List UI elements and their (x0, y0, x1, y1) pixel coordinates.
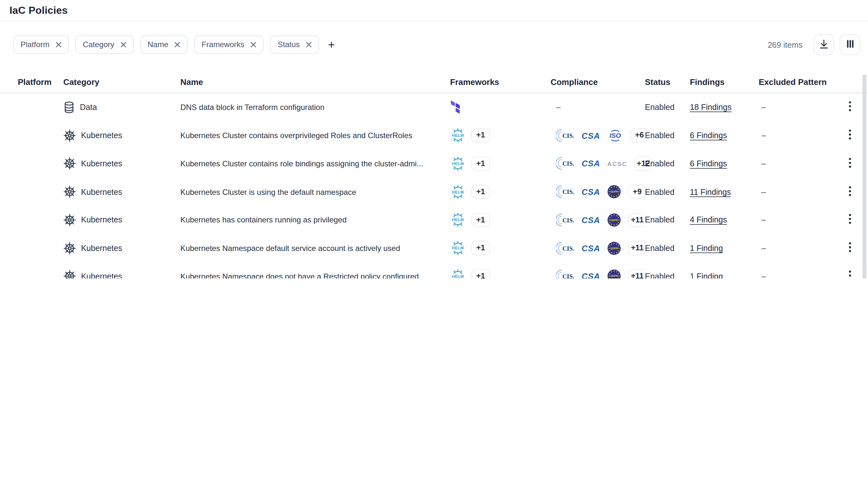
findings-link[interactable]: 4 Findings (690, 215, 727, 224)
close-icon[interactable] (250, 42, 256, 48)
filter-chip-frameworks[interactable]: Frameworks (194, 36, 264, 54)
row-menu-button[interactable] (844, 268, 856, 279)
close-icon[interactable] (306, 42, 312, 48)
status-cell: Enabled (645, 159, 690, 168)
status-cell: Enabled (645, 244, 690, 253)
download-button[interactable] (813, 34, 834, 55)
category-label: Kubernetes (81, 272, 122, 279)
category-cell: Kubernetes (63, 214, 180, 226)
actions-cell (832, 155, 861, 172)
findings-cell: 6 Findings (690, 159, 759, 168)
column-header-compliance: Compliance (551, 77, 645, 87)
empty-value: – (762, 159, 766, 168)
row-menu-button[interactable] (844, 99, 856, 116)
row-menu-button[interactable] (844, 212, 856, 228)
filter-chip-platform[interactable]: Platform (13, 36, 69, 54)
category-cell: Data (63, 101, 180, 114)
row-menu-button[interactable] (844, 127, 856, 144)
kebab-icon (848, 242, 851, 254)
frameworks-more-badge[interactable]: +1 (471, 269, 490, 279)
cis-icon: CIS. (556, 185, 575, 199)
frameworks-cell: HELM+1 (450, 185, 550, 199)
filter-chip-label: Name (148, 40, 168, 50)
row-menu-button[interactable] (844, 155, 856, 172)
compliance-more-badge[interactable]: +11 (628, 213, 646, 227)
actions-cell (832, 212, 861, 228)
frameworks-more-badge[interactable]: +1 (471, 129, 490, 142)
category-label: Kubernetes (81, 215, 122, 224)
findings-cell: 6 Findings (690, 131, 759, 140)
svg-text:HELM: HELM (452, 162, 464, 166)
table-header: PlatformCategoryNameFrameworksCompliance… (0, 68, 868, 93)
cis-icon: CIS. (556, 241, 575, 255)
helm-icon: HELM (450, 156, 465, 171)
close-icon[interactable] (174, 42, 181, 48)
filter-chip-status[interactable]: Status (271, 36, 319, 54)
frameworks-cell (450, 100, 550, 115)
columns-icon (845, 39, 855, 50)
kebab-icon (848, 129, 851, 142)
category-label: Data (80, 103, 97, 112)
policy-name-cell: DNS data block in Terraform configuratio… (181, 103, 451, 112)
page-header: IaC Policies (0, 0, 868, 21)
findings-link[interactable]: 1 Finding (690, 272, 723, 279)
csa-icon: CSA (582, 271, 600, 279)
compliance-more-badge[interactable]: +9 (628, 185, 646, 199)
vertical-scrollbar-thumb[interactable] (863, 74, 866, 279)
kebab-icon (848, 101, 851, 114)
download-icon (819, 38, 829, 51)
frameworks-more-badge[interactable]: +1 (471, 185, 490, 199)
svg-text:CIS.: CIS. (562, 245, 575, 252)
cis-icon: CIS. (556, 269, 575, 279)
compliance-more-badge[interactable]: +11 (628, 241, 646, 255)
filter-chip-category[interactable]: Category (75, 36, 134, 54)
row-menu-button[interactable] (844, 240, 856, 256)
filter-chip-label: Frameworks (202, 40, 244, 50)
row-menu-button[interactable] (844, 183, 856, 200)
compliance-cell: CIS.CSAGDPR+9 (551, 185, 645, 199)
frameworks-more-badge[interactable]: +1 (471, 213, 490, 227)
columns-button[interactable] (840, 34, 860, 55)
category-cell: Kubernetes (63, 157, 180, 170)
helm-icon: HELM (450, 241, 465, 255)
kubernetes-icon (63, 214, 76, 226)
actions-cell (832, 240, 861, 256)
findings-link[interactable]: 6 Findings (690, 159, 727, 168)
column-header-category: Category (63, 77, 180, 87)
column-header-findings: Findings (690, 77, 759, 87)
compliance-cell: CIS.CSAGDPR+11 (551, 241, 645, 255)
table-row: DataDNS data block in Terraform configur… (0, 93, 868, 122)
helm-icon: HELM (450, 185, 465, 199)
close-icon[interactable] (56, 42, 62, 48)
status-cell: Enabled (645, 272, 690, 279)
frameworks-more-badge[interactable]: +1 (471, 157, 490, 171)
frameworks-cell: HELM+1 (450, 213, 550, 227)
findings-cell: 1 Finding (690, 272, 759, 279)
kebab-icon (848, 186, 851, 198)
frameworks-more-badge[interactable]: +1 (471, 241, 490, 255)
filter-chip-name[interactable]: Name (141, 36, 188, 54)
empty-value: – (556, 103, 561, 112)
svg-text:GDPR: GDPR (610, 275, 618, 278)
findings-link[interactable]: 1 Finding (690, 244, 723, 253)
table-row: KubernetesKubernetes Cluster contains ov… (0, 122, 868, 150)
status-cell: Enabled (645, 103, 690, 112)
table-row: KubernetesKubernetes has containers runn… (0, 206, 868, 234)
findings-link[interactable]: 18 Findings (690, 103, 732, 112)
compliance-cell: – (551, 103, 645, 112)
filter-chip-label: Category (83, 40, 114, 50)
svg-text:HELM: HELM (452, 274, 464, 279)
findings-link[interactable]: 11 Findings (690, 188, 731, 196)
svg-text:HELM: HELM (452, 218, 464, 222)
compliance-more-badge[interactable]: +11 (628, 269, 646, 279)
close-icon[interactable] (121, 42, 127, 48)
svg-text:CIS.: CIS. (562, 273, 575, 279)
findings-link[interactable]: 6 Findings (690, 131, 727, 140)
compliance-cell: CIS.CSAGDPR+11 (551, 213, 645, 227)
column-header-status: Status (645, 77, 690, 87)
svg-text:HELM: HELM (452, 190, 464, 194)
add-filter-button[interactable]: + (326, 39, 337, 50)
helm-icon: HELM (450, 128, 465, 142)
csa-icon: CSA (582, 215, 600, 225)
excluded-pattern-cell: – (759, 188, 832, 196)
